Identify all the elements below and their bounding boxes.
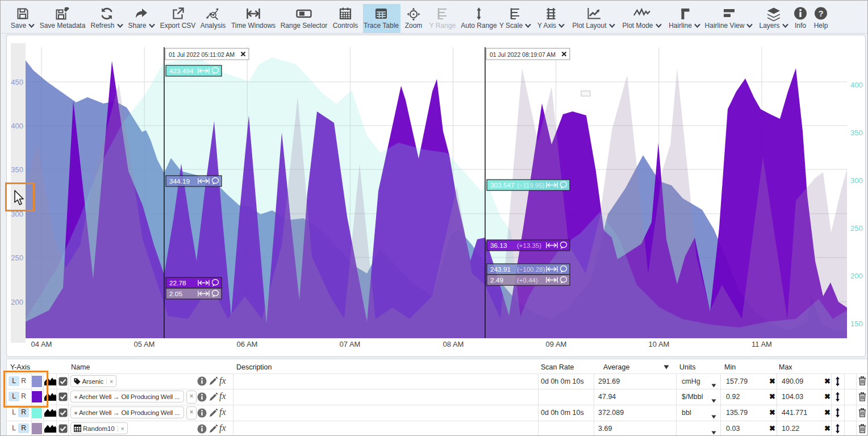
svg-text:08 AM: 08 AM [443, 340, 464, 348]
svg-text:2.05: 2.05 [169, 290, 182, 298]
svg-text:200: 200 [850, 272, 863, 280]
svg-text:200: 200 [11, 298, 23, 306]
svg-text:(+13.35): (+13.35) [517, 242, 541, 249]
svg-text:350: 350 [11, 165, 23, 174]
svg-text:01 Jul 2022 08:19:07 AM: 01 Jul 2022 08:19:07 AM [490, 51, 556, 59]
svg-text:400: 400 [850, 81, 863, 89]
svg-text:303.547: 303.547 [490, 181, 515, 189]
svg-text:300: 300 [850, 176, 863, 185]
svg-text:350: 350 [850, 128, 863, 137]
svg-text:?: ? [818, 9, 823, 18]
svg-text:(+0.44): (+0.44) [517, 277, 538, 284]
svg-text:250: 250 [850, 224, 863, 232]
svg-text:07 AM: 07 AM [340, 340, 361, 348]
svg-text:2.49: 2.49 [490, 276, 503, 284]
svg-text:400: 400 [11, 122, 23, 130]
svg-text:(−100.28): (−100.28) [517, 266, 545, 273]
svg-text:344.19: 344.19 [169, 177, 190, 185]
svg-text:243.91: 243.91 [490, 265, 511, 273]
svg-text:05 AM: 05 AM [134, 340, 155, 348]
svg-text:22.78: 22.78 [169, 279, 186, 287]
svg-text:450: 450 [11, 78, 23, 86]
svg-text:10 AM: 10 AM [649, 340, 670, 348]
svg-text:04 AM: 04 AM [31, 340, 52, 348]
svg-text:423.494: 423.494 [169, 67, 194, 75]
svg-text:06 AM: 06 AM [237, 340, 258, 348]
svg-text:01 Jul 2022 05:11:02 AM: 01 Jul 2022 05:11:02 AM [169, 51, 235, 59]
svg-text:11 AM: 11 AM [752, 340, 772, 348]
svg-text:250: 250 [11, 254, 23, 262]
svg-text:150: 150 [850, 319, 863, 328]
svg-text:09 AM: 09 AM [546, 340, 567, 348]
svg-text:36.13: 36.13 [490, 242, 507, 250]
svg-text:(−119.95): (−119.95) [517, 182, 545, 189]
